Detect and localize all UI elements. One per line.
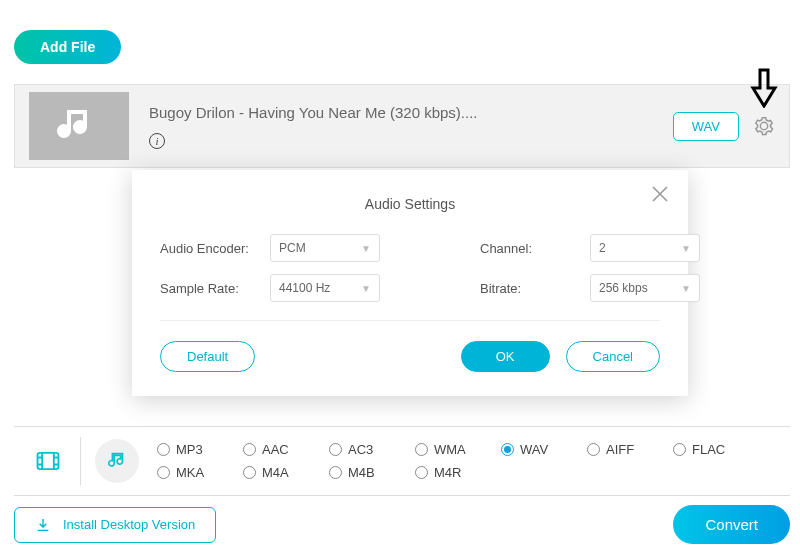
format-option-m4r[interactable]: M4R <box>415 465 501 480</box>
radio-icon <box>243 466 256 479</box>
encoder-select[interactable]: PCM▼ <box>270 234 380 262</box>
svg-rect-0 <box>38 453 59 469</box>
radio-icon <box>157 443 170 456</box>
radio-icon <box>673 443 686 456</box>
arrow-annotation-icon <box>750 68 778 108</box>
divider <box>160 320 660 321</box>
info-icon[interactable]: i <box>149 133 165 149</box>
default-button[interactable]: Default <box>160 341 255 372</box>
cancel-button[interactable]: Cancel <box>566 341 660 372</box>
format-label: M4B <box>348 465 375 480</box>
file-title: Bugoy Drilon - Having You Near Me (320 k… <box>149 104 673 121</box>
format-option-flac[interactable]: FLAC <box>673 442 759 457</box>
format-badge[interactable]: WAV <box>673 112 739 141</box>
file-row: Bugoy Drilon - Having You Near Me (320 k… <box>14 84 790 168</box>
format-option-mp3[interactable]: MP3 <box>157 442 243 457</box>
format-option-mka[interactable]: MKA <box>157 465 243 480</box>
music-note-icon <box>55 102 103 150</box>
format-option-aiff[interactable]: AIFF <box>587 442 673 457</box>
file-thumbnail <box>29 92 129 160</box>
sample-rate-value: 44100 Hz <box>279 281 330 295</box>
format-grid: MP3AACAC3WMAWAVAIFFFLACMKAM4AM4BM4R <box>157 442 759 480</box>
format-option-wav[interactable]: WAV <box>501 442 587 457</box>
format-label: MKA <box>176 465 204 480</box>
encoder-value: PCM <box>279 241 306 255</box>
radio-icon <box>157 466 170 479</box>
format-label: AAC <box>262 442 289 457</box>
radio-icon <box>329 466 342 479</box>
chevron-down-icon: ▼ <box>361 283 371 294</box>
add-file-button[interactable]: Add File <box>14 30 121 64</box>
radio-icon <box>243 443 256 456</box>
ok-button[interactable]: OK <box>461 341 550 372</box>
chevron-down-icon: ▼ <box>361 243 371 254</box>
format-label: MP3 <box>176 442 203 457</box>
radio-icon <box>415 443 428 456</box>
radio-icon <box>501 443 514 456</box>
separator <box>80 437 81 485</box>
audio-settings-modal: Audio Settings Audio Encoder: PCM▼ Chann… <box>132 170 688 396</box>
download-icon <box>35 517 51 533</box>
modal-title: Audio Settings <box>160 196 660 212</box>
channel-label: Channel: <box>480 241 580 256</box>
radio-icon <box>329 443 342 456</box>
gear-icon[interactable] <box>753 115 775 137</box>
format-label: WMA <box>434 442 466 457</box>
video-tab-icon[interactable] <box>34 447 62 475</box>
format-label: AIFF <box>606 442 634 457</box>
close-icon[interactable] <box>650 184 670 208</box>
file-meta: Bugoy Drilon - Having You Near Me (320 k… <box>149 104 673 149</box>
convert-button[interactable]: Convert <box>673 505 790 544</box>
format-label: WAV <box>520 442 548 457</box>
install-label: Install Desktop Version <box>63 517 195 532</box>
channel-value: 2 <box>599 241 606 255</box>
bitrate-select[interactable]: 256 kbps▼ <box>590 274 700 302</box>
radio-icon <box>587 443 600 456</box>
format-option-aac[interactable]: AAC <box>243 442 329 457</box>
format-label: AC3 <box>348 442 373 457</box>
bottom-bar: Install Desktop Version Convert <box>14 505 790 544</box>
format-label: M4R <box>434 465 461 480</box>
chevron-down-icon: ▼ <box>681 283 691 294</box>
chevron-down-icon: ▼ <box>681 243 691 254</box>
radio-icon <box>415 466 428 479</box>
format-bar: MP3AACAC3WMAWAVAIFFFLACMKAM4AM4BM4R <box>14 426 790 496</box>
format-option-m4a[interactable]: M4A <box>243 465 329 480</box>
bitrate-value: 256 kbps <box>599 281 648 295</box>
format-option-wma[interactable]: WMA <box>415 442 501 457</box>
sample-rate-label: Sample Rate: <box>160 281 260 296</box>
install-desktop-button[interactable]: Install Desktop Version <box>14 507 216 543</box>
audio-tab-icon[interactable] <box>95 439 139 483</box>
sample-rate-select[interactable]: 44100 Hz▼ <box>270 274 380 302</box>
format-label: FLAC <box>692 442 725 457</box>
channel-select[interactable]: 2▼ <box>590 234 700 262</box>
bitrate-label: Bitrate: <box>480 281 580 296</box>
encoder-label: Audio Encoder: <box>160 241 260 256</box>
format-option-m4b[interactable]: M4B <box>329 465 415 480</box>
format-option-ac3[interactable]: AC3 <box>329 442 415 457</box>
format-label: M4A <box>262 465 289 480</box>
